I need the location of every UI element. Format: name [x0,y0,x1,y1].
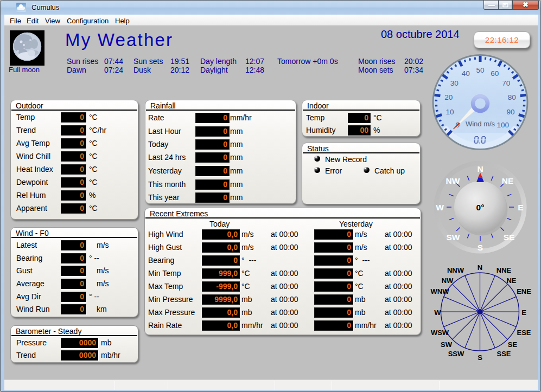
svg-text:E: E [521,309,526,317]
svg-text:40: 40 [462,69,470,78]
svg-text:ENE: ENE [517,287,531,295]
svg-text:WNW: WNW [431,287,450,295]
svg-text:W: W [434,309,441,317]
svg-text:NE: NE [502,176,514,185]
svg-text:SW: SW [447,233,460,242]
svg-text:90: 90 [507,108,515,116]
svg-text:E: E [518,203,523,212]
svg-text:NW: NW [446,176,460,185]
svg-text:0°: 0° [476,203,485,212]
svg-text:NE: NE [506,277,516,285]
svg-text:30: 30 [450,79,459,87]
svg-text:N: N [478,264,482,272]
svg-text:SE: SE [504,233,515,242]
svg-text:S: S [478,354,482,362]
svg-text:SW: SW [441,340,453,349]
svg-text:50: 50 [476,66,484,74]
svg-text:W: W [436,203,444,212]
svg-text:NW: NW [442,277,454,285]
svg-text:10: 10 [445,108,454,116]
svg-text:N: N [477,164,483,173]
svg-text:60: 60 [491,69,499,78]
svg-text:Wind m/s: Wind m/s [466,120,495,128]
svg-text:100: 100 [497,121,509,129]
svg-text:WSW: WSW [431,329,449,337]
svg-text:S: S [478,243,483,252]
svg-text:70: 70 [502,79,510,87]
svg-text:20: 20 [444,93,453,101]
svg-text:SE: SE [508,340,518,349]
svg-text:SSE: SSE [497,350,511,358]
svg-text:80: 80 [508,93,516,101]
svg-text:SSW: SSW [448,350,464,358]
svg-text:NNE: NNE [497,266,512,274]
svg-text:ESE: ESE [517,329,531,337]
svg-text:NNW: NNW [447,266,464,274]
